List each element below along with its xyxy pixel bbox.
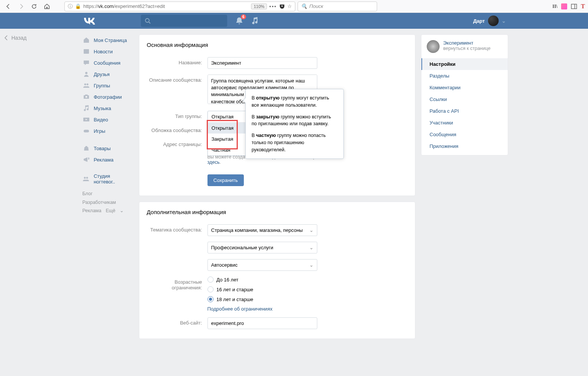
browser-search[interactable]: 🔍 Поиск xyxy=(298,2,377,11)
library-icon[interactable]: 𝐈𝐈\ xyxy=(552,3,558,9)
search-icon xyxy=(145,18,151,24)
nav-back-button[interactable] xyxy=(3,1,14,12)
lock-icon: 🔒 xyxy=(75,3,81,9)
pocket-icon[interactable] xyxy=(279,3,285,9)
url-text: https://vk.com/experiment62?act=edit xyxy=(83,3,249,9)
topic-select-2[interactable]: Профессиональные услуги⌄ xyxy=(207,242,317,253)
nav-market[interactable]: Товары xyxy=(80,143,135,154)
nav-my-page[interactable]: Моя Страница xyxy=(80,34,135,46)
topic-select-3[interactable]: Автосервис⌄ xyxy=(207,259,317,271)
nav-messages[interactable]: Сообщения xyxy=(80,57,135,68)
cover-label: Обложка сообщества: xyxy=(147,125,207,133)
chevron-down-icon: ⌄ xyxy=(309,227,313,233)
notif-badge: 6 xyxy=(241,14,246,19)
video-icon xyxy=(83,116,90,123)
footer-links: Блог Разработчикам Реклама Ещё ⌄ xyxy=(80,186,135,218)
radio-icon xyxy=(207,296,214,302)
friend-icon xyxy=(83,70,90,78)
bag-icon xyxy=(83,144,90,152)
footer-blog[interactable]: Блог xyxy=(83,191,93,196)
home-button[interactable] xyxy=(42,1,52,12)
nav-video[interactable]: Видео xyxy=(80,114,135,125)
gamepad-icon xyxy=(83,127,90,135)
more-icon[interactable]: ••• xyxy=(269,3,277,9)
footer-dev[interactable]: Разработчикам xyxy=(83,200,116,205)
desc-label: Описание сообщества: xyxy=(147,75,207,83)
tab-members[interactable]: Участники xyxy=(421,117,508,129)
tab-apps[interactable]: Приложения xyxy=(421,140,508,152)
side-panel: Эксперимент вернуться к странице Настрой… xyxy=(421,34,508,155)
type-label: Тип группы: xyxy=(147,111,207,119)
footer-more[interactable]: Ещё ⌄ xyxy=(106,208,127,213)
radio-icon xyxy=(207,277,214,283)
sidebar-toggle-icon[interactable] xyxy=(571,3,577,9)
community-back-link[interactable]: вернуться к странице xyxy=(443,46,491,51)
groups-icon xyxy=(83,175,90,183)
tab-settings[interactable]: Настройки xyxy=(421,58,508,70)
tab-api[interactable]: Работа с API xyxy=(421,105,508,117)
panel2-title: Дополнительная информация xyxy=(139,202,415,221)
age-details-link[interactable]: Подробнее об ограничениях xyxy=(207,306,407,312)
chevron-down-icon: ⌄ xyxy=(309,262,313,268)
vk-logo[interactable] xyxy=(80,17,141,25)
name-input[interactable] xyxy=(207,57,317,69)
nav-photos[interactable]: Фотографии xyxy=(80,91,135,103)
community-avatar xyxy=(427,40,440,53)
age-radio-under16[interactable]: До 16 лет xyxy=(207,277,407,283)
nav-ads[interactable]: Реклама xyxy=(80,154,135,165)
back-link[interactable]: Назад xyxy=(5,35,27,41)
footer-ads[interactable]: Реклама xyxy=(83,208,101,213)
user-menu[interactable]: Дарт ⌄ xyxy=(473,16,508,26)
chevron-down-icon: ⌄ xyxy=(309,245,313,250)
vk-header: 6 Дарт ⌄ xyxy=(0,13,588,29)
name-label: Название: xyxy=(147,57,207,65)
nav-music[interactable]: Музыка xyxy=(80,103,135,114)
svg-point-12 xyxy=(86,177,88,179)
nav-community-shortcut[interactable]: Студия ногтевог.. xyxy=(80,171,135,186)
left-nav: Моя Страница Новости Сообщения Друзья Гр… xyxy=(80,34,139,345)
svg-point-5 xyxy=(85,72,87,74)
panel-additional-info: Дополнительная информация Тематика сообщ… xyxy=(139,202,415,339)
header-search[interactable] xyxy=(141,15,227,27)
notifications-button[interactable]: 6 xyxy=(236,17,243,25)
reload-button[interactable] xyxy=(29,1,39,12)
music-button[interactable] xyxy=(251,17,258,25)
nav-groups[interactable]: Группы xyxy=(80,80,135,91)
svg-line-3 xyxy=(149,22,150,23)
avatar xyxy=(488,16,499,26)
sticker-link[interactable]: здесь xyxy=(207,160,220,165)
site-input[interactable] xyxy=(207,317,317,329)
star-icon[interactable]: ☆ xyxy=(287,3,292,9)
ext-icon-1[interactable] xyxy=(561,3,567,9)
site-label: Веб-сайт: xyxy=(147,317,207,326)
type-tooltip: В открытую группу могут вступить все жел… xyxy=(245,89,344,159)
music-icon xyxy=(83,104,90,112)
camera-icon xyxy=(83,93,90,101)
url-bar[interactable]: ⓘ 🔒 https://vk.com/experiment62?act=edit… xyxy=(64,2,295,11)
megaphone-icon xyxy=(83,156,90,163)
topic-select-1[interactable]: Страница компании, магазина, персоны⌄ xyxy=(207,224,317,236)
ext-icon-2[interactable]: T xyxy=(581,3,585,10)
age-radio-16plus[interactable]: 16 лет и старше xyxy=(207,286,407,292)
age-label: Возрастные ограничения: xyxy=(147,277,207,291)
save-button[interactable]: Сохранить xyxy=(207,174,244,186)
search-placeholder: Поиск xyxy=(309,3,323,9)
tab-sections[interactable]: Разделы xyxy=(421,70,508,82)
news-icon xyxy=(83,48,90,55)
age-radio-18plus[interactable]: 18 лет и старше xyxy=(207,296,407,302)
nav-news[interactable]: Новости xyxy=(80,46,135,57)
svg-point-7 xyxy=(86,84,88,85)
svg-point-6 xyxy=(84,84,86,85)
community-name-link[interactable]: Эксперимент xyxy=(443,40,491,46)
nav-games[interactable]: Игры xyxy=(80,125,135,137)
tab-links[interactable]: Ссылки xyxy=(421,93,508,105)
tab-messages[interactable]: Сообщения xyxy=(421,129,508,140)
zoom-badge[interactable]: 110% xyxy=(251,3,267,9)
message-icon xyxy=(83,59,90,67)
nav-friends[interactable]: Друзья xyxy=(80,68,135,80)
nav-forward-button[interactable] xyxy=(16,1,27,12)
tab-comments[interactable]: Комментарии xyxy=(421,82,508,93)
browser-chrome: ⓘ 🔒 https://vk.com/experiment62?act=edit… xyxy=(0,0,588,13)
chevron-down-icon: ⌄ xyxy=(120,208,124,213)
addr-label: Адрес страницы: xyxy=(147,139,207,147)
